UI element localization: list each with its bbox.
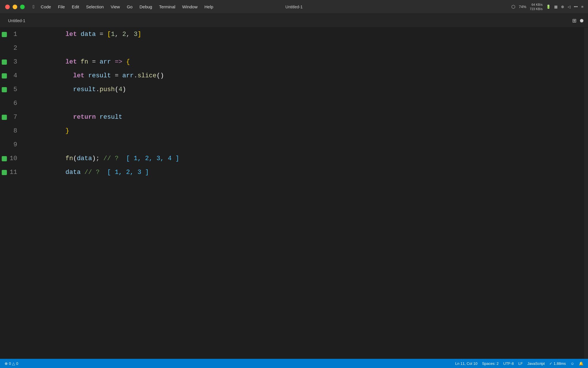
statusbar-left: ⊗ 0 △ 0 xyxy=(5,361,18,366)
close-button[interactable] xyxy=(5,5,10,9)
language-mode[interactable]: JavaScript xyxy=(527,361,545,366)
breakpoint-3[interactable] xyxy=(0,60,9,65)
minimize-button[interactable] xyxy=(13,5,17,9)
menu-code[interactable]: Code xyxy=(38,3,54,10)
line-num-11: 11 xyxy=(9,166,23,179)
menu-bar:  Code File Edit Selection View Go Debug… xyxy=(30,3,511,10)
code-editor[interactable]: 1 let data = [1, 2, 3] 2 3 let fn = arr … xyxy=(0,28,584,359)
line-num-8: 8 xyxy=(9,124,23,138)
breakpoint-4[interactable] xyxy=(0,73,9,78)
cursor-position[interactable]: Ln 11, Col 10 xyxy=(455,361,477,366)
maximize-button[interactable] xyxy=(20,5,25,9)
statusbar-right: Ln 11, Col 10 Spaces: 2 UTF-8 LF JavaScr… xyxy=(455,361,583,366)
breakpoint-1[interactable] xyxy=(0,32,9,37)
breakpoint-10[interactable] xyxy=(0,156,9,161)
line-num-1: 1 xyxy=(9,28,23,41)
battery-icon: 🔋 xyxy=(546,5,551,9)
warning-icon: △ xyxy=(12,361,15,366)
menu-dots-icon: ••• xyxy=(574,5,578,9)
code-lines: 1 let data = [1, 2, 3] 2 3 let fn = arr … xyxy=(0,28,584,179)
battery-label: 74% xyxy=(519,5,526,9)
eol[interactable]: LF xyxy=(519,361,523,366)
breakpoint-7[interactable] xyxy=(0,115,9,120)
encoding[interactable]: UTF-8 xyxy=(503,361,514,366)
statusbar: ⊗ 0 △ 0 Ln 11, Col 10 Spaces: 2 UTF-8 LF… xyxy=(0,359,588,368)
code-line-5: 5 result.push(4) xyxy=(0,83,584,97)
line-num-4: 4 xyxy=(9,69,23,83)
error-count[interactable]: ⊗ 0 △ 0 xyxy=(5,361,18,366)
line-num-10: 10 xyxy=(9,152,23,166)
menu-file[interactable]: File xyxy=(55,3,68,10)
line-num-9: 9 xyxy=(9,138,23,152)
code-line-1: 1 let data = [1, 2, 3] xyxy=(0,28,584,41)
tabbar-right: ⊞ xyxy=(572,18,583,24)
error-number: 0 xyxy=(9,361,11,366)
menu-view[interactable]: View xyxy=(108,3,123,10)
code-line-7: 7 return result xyxy=(0,110,584,124)
timing: ✓ 1.88ms xyxy=(549,361,566,366)
split-editor-icon[interactable]: ⊞ xyxy=(572,18,577,24)
network-up: 64 KB/s xyxy=(531,3,543,7)
notification-icon[interactable]: ☺ xyxy=(570,361,574,366)
editor-container: 1 let data = [1, 2, 3] 2 3 let fn = arr … xyxy=(0,28,588,359)
vscode-icon: ⬡ xyxy=(511,4,515,9)
window-title: Untitled-1 xyxy=(285,5,303,9)
code-line-11: 11 data // ? [ 1, 2, 3 ] xyxy=(0,166,584,179)
scrollbar[interactable] xyxy=(584,28,588,359)
line-num-6: 6 xyxy=(9,97,23,110)
titlebar-right: ⬡ 74% 64 KB/s 723 KB/s 🔋 ▦ ⊕ ◁ ••• ≡ xyxy=(511,3,588,11)
menu-window[interactable]: Window xyxy=(179,3,200,10)
traffic-lights xyxy=(0,5,25,9)
line-num-5: 5 xyxy=(9,83,23,97)
line-num-7: 7 xyxy=(9,110,23,124)
line-num-2: 2 xyxy=(9,41,23,55)
share-icon: ⊕ xyxy=(561,5,564,9)
titlebar:  Code File Edit Selection View Go Debug… xyxy=(0,0,588,14)
breakpoint-5[interactable] xyxy=(0,87,9,92)
editor-tab[interactable]: Untitled-1 xyxy=(5,17,29,25)
network-info: 64 KB/s 723 KB/s xyxy=(530,3,543,11)
error-icon: ⊗ xyxy=(5,361,8,366)
line-code-11: data // ? [ 1, 2, 3 ] xyxy=(23,152,149,193)
menu-go[interactable]: Go xyxy=(124,3,136,10)
menu-selection[interactable]: Selection xyxy=(83,3,107,10)
menu-edit[interactable]: Edit xyxy=(69,3,82,10)
tabbar: Untitled-1 ⊞ xyxy=(0,14,588,28)
list-icon: ≡ xyxy=(581,5,583,9)
menu-debug[interactable]: Debug xyxy=(137,3,155,10)
unsaved-indicator xyxy=(580,19,583,22)
apple-menu[interactable]:  xyxy=(30,4,37,9)
warning-number: 0 xyxy=(16,361,18,366)
back-icon: ◁ xyxy=(568,5,570,9)
wifi-icon: ▦ xyxy=(554,5,558,9)
menu-terminal[interactable]: Terminal xyxy=(156,3,178,10)
indentation[interactable]: Spaces: 2 xyxy=(482,361,499,366)
line-num-3: 3 xyxy=(9,55,23,69)
breakpoint-11[interactable] xyxy=(0,170,9,175)
bell-icon[interactable]: 🔔 xyxy=(579,361,583,366)
menu-help[interactable]: Help xyxy=(202,3,216,10)
network-down: 723 KB/s xyxy=(530,7,543,11)
